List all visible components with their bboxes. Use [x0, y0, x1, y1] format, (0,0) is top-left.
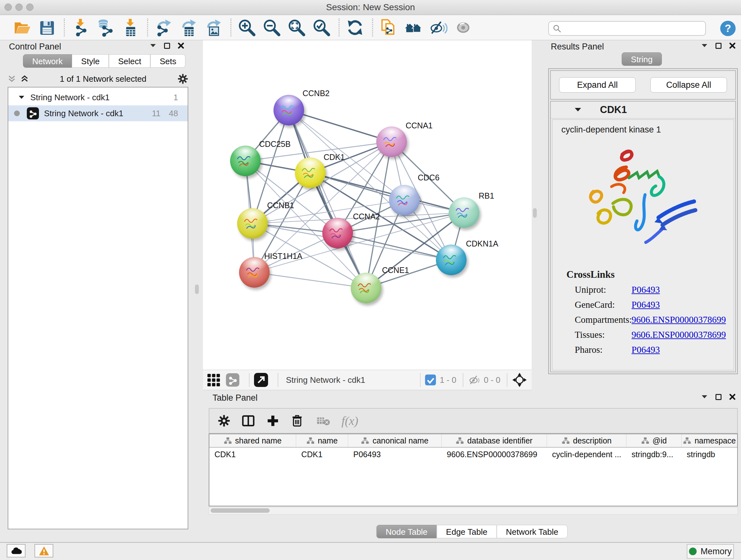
edge-CCNB2-CCNA1[interactable]	[289, 110, 392, 142]
birds-eye-view-icon[interactable]	[207, 373, 221, 387]
open-session-button[interactable]	[11, 17, 32, 38]
panel-close-icon[interactable]	[728, 42, 737, 50]
column-header-namespace[interactable]: namespace	[682, 434, 738, 447]
node-CDC25B[interactable]	[230, 145, 261, 176]
hide-selected-button[interactable]	[428, 17, 448, 38]
node-CCNE1[interactable]	[351, 273, 381, 303]
table-cell[interactable]: cyclin-dependent ...	[547, 450, 626, 459]
edge-HIST1H1A-CCNE1[interactable]	[254, 272, 366, 288]
zoom-out-button[interactable]	[261, 17, 282, 38]
import-table-button[interactable]	[120, 17, 140, 38]
crosslink-link[interactable]: P06493	[631, 300, 660, 310]
node-CCNB1[interactable]	[237, 208, 268, 239]
tab-string-results[interactable]: String	[622, 52, 662, 66]
edge-CDK1-RB1[interactable]	[310, 173, 464, 212]
selected-checkbox-icon[interactable]	[425, 374, 436, 385]
node-CDC6[interactable]	[389, 185, 420, 215]
tab-sets[interactable]: Sets	[150, 54, 185, 68]
tab-network[interactable]: Network	[23, 54, 72, 68]
node-HIST1H1A[interactable]	[239, 257, 270, 288]
column-header-name[interactable]: name	[296, 434, 348, 447]
zoom-fit-button[interactable]	[286, 17, 307, 38]
export-image-button[interactable]	[203, 17, 223, 38]
panel-menu-icon[interactable]	[700, 42, 709, 50]
crosslink-link[interactable]: P06493	[631, 345, 660, 355]
zoom-in-button[interactable]	[237, 17, 257, 38]
fit-content-crosshair-icon[interactable]	[512, 372, 527, 388]
left-splitter-handle[interactable]	[195, 285, 199, 294]
column-header-canonical-name[interactable]: canonical name	[348, 434, 442, 447]
panel-float-icon[interactable]	[163, 42, 171, 50]
clone-network-button[interactable]	[378, 17, 399, 38]
network-canvas[interactable]: CCNB2CCNA1CDC25BCDK1CDC6RB1CCNB1CCNA2CDK…	[203, 40, 532, 370]
panel-close-icon[interactable]	[728, 393, 737, 401]
node-CCNA2[interactable]	[322, 218, 353, 248]
network-collection-row[interactable]: String Network - cdk1 1	[8, 89, 188, 105]
window-close-button[interactable]	[4, 3, 12, 11]
tab-select[interactable]: Select	[109, 54, 150, 68]
table-cell[interactable]: P06493	[348, 450, 442, 459]
node-RB1[interactable]	[449, 197, 479, 228]
export-network-button[interactable]	[153, 17, 174, 38]
collapse-all-networks-icon[interactable]	[8, 75, 16, 83]
edge-CCNA2-CDKN1A[interactable]	[338, 233, 451, 260]
table-cell[interactable]: CDK1	[209, 450, 296, 459]
network-row-selected[interactable]: String Network - cdk1 11 48	[8, 105, 188, 121]
table-options-gear-icon[interactable]	[218, 415, 230, 427]
table-cell[interactable]: 9606.ENSP00000378699	[442, 450, 547, 459]
first-neighbors-button[interactable]	[345, 17, 365, 38]
table-hscrollbar[interactable]	[209, 507, 738, 515]
crosslink-link[interactable]: 9606.ENSP00000378699	[631, 329, 726, 340]
import-network-database-button[interactable]	[95, 17, 115, 38]
search-input[interactable]	[564, 22, 705, 35]
node-CCNA1[interactable]	[376, 126, 407, 157]
show-columns-icon[interactable]	[241, 414, 255, 428]
table-row[interactable]: CDK1CDK1P064939606.ENSP00000378699cyclin…	[209, 448, 737, 461]
tab-edge-table[interactable]: Edge Table	[437, 525, 497, 538]
memory-button[interactable]: Memory	[687, 544, 734, 559]
delete-column-icon[interactable]	[290, 414, 304, 428]
crosslink-link[interactable]: 9606.ENSP00000378699	[631, 314, 726, 325]
window-minimize-button[interactable]	[15, 3, 23, 11]
node-CDKN1A[interactable]	[436, 245, 467, 275]
edge-CCNB2-CCNE1[interactable]	[289, 110, 366, 288]
table-cell[interactable]: CDK1	[296, 450, 348, 459]
export-table-button[interactable]	[178, 17, 199, 38]
tab-style[interactable]: Style	[72, 54, 109, 68]
node-CCNB2[interactable]	[273, 95, 304, 125]
cloud-status-button[interactable]	[7, 544, 25, 557]
panel-float-icon[interactable]	[714, 393, 723, 401]
table-cell[interactable]: stringdb:9...	[626, 450, 682, 459]
string-network-icon[interactable]	[226, 373, 239, 387]
collapse-all-button[interactable]: Collapse All	[650, 77, 727, 92]
crosslink-link[interactable]: P06493	[631, 285, 660, 295]
import-network-file-button[interactable]	[70, 17, 90, 38]
open-in-browser-icon[interactable]	[254, 373, 268, 387]
panel-menu-icon[interactable]	[149, 42, 157, 50]
zoom-selected-button[interactable]	[311, 17, 332, 38]
hidden-eye-icon[interactable]	[468, 374, 481, 386]
function-builder-button[interactable]: f(x)	[341, 414, 358, 428]
window-zoom-button[interactable]	[26, 3, 33, 11]
right-splitter-handle[interactable]	[533, 208, 537, 218]
column-header--id[interactable]: @id	[626, 434, 682, 447]
tab-network-table[interactable]: Network Table	[496, 525, 567, 538]
column-header-shared-name[interactable]: shared name	[209, 434, 296, 447]
panel-close-icon[interactable]	[177, 42, 185, 50]
panel-float-icon[interactable]	[714, 42, 723, 50]
help-button[interactable]: ?	[719, 20, 737, 37]
table-cell[interactable]: stringdb	[682, 450, 738, 459]
warnings-button[interactable]	[35, 544, 53, 557]
panel-menu-icon[interactable]	[700, 393, 709, 401]
gene-section-header[interactable]: CDK1	[551, 102, 735, 118]
expand-all-button[interactable]: Expand All	[559, 77, 636, 92]
tab-node-table[interactable]: Node Table	[377, 525, 437, 538]
column-header-description[interactable]: description	[547, 434, 626, 447]
delete-table-icon[interactable]	[317, 415, 331, 427]
add-column-icon[interactable]	[266, 414, 280, 428]
show-all-button[interactable]	[453, 17, 473, 38]
node-table[interactable]: shared namenamecanonical namedatabase id…	[209, 434, 738, 506]
save-session-button[interactable]	[37, 17, 57, 38]
table-hscrollbar-thumb[interactable]	[211, 508, 270, 513]
search-box[interactable]	[548, 21, 706, 36]
